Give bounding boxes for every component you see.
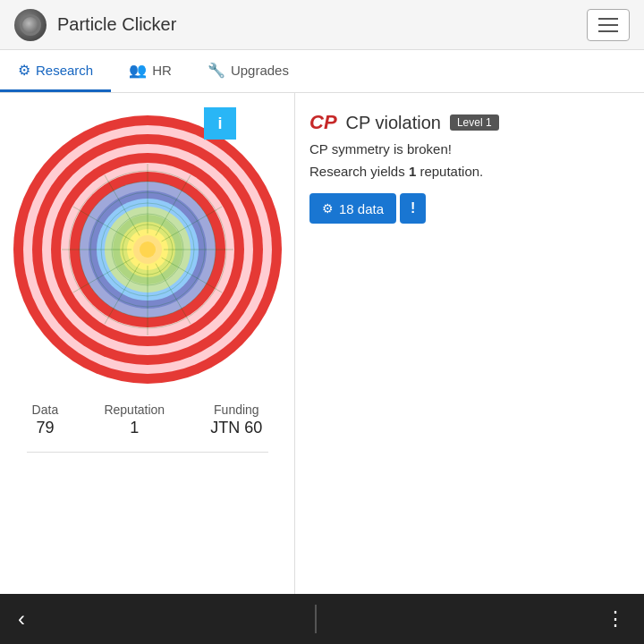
exclaim-button[interactable]: ! [400,193,426,224]
app-title: Particle Clicker [57,14,176,35]
main-content: i Data 79 Reputation 1 Funding JTN 60 [0,93,644,594]
yield-text: Research yields [309,164,409,179]
stats-row: Data 79 Reputation 1 Funding JTN 60 [0,388,294,437]
info-button[interactable]: i [204,107,236,140]
left-panel: i Data 79 Reputation 1 Funding JTN 60 [0,93,295,594]
level-badge: Level 1 [450,114,499,131]
menu-button[interactable] [587,9,630,41]
research-description: CP symmetry is broken! [309,141,630,157]
top-bar: Particle Clicker [0,0,644,50]
tab-research-label: Research [36,63,93,78]
yield-unit: reputation. [416,164,483,179]
gear-icon: ⚙ [322,201,334,216]
hamburger-icon [598,24,618,26]
exclaim-icon: ! [411,200,415,216]
right-panel: CP CP violation Level 1 CP symmetry is b… [295,93,644,594]
reputation-label: Reputation [104,402,165,417]
bottom-divider [315,605,317,633]
app-logo [14,9,47,41]
data-button-label: 18 data [339,201,384,216]
data-button[interactable]: ⚙ 18 data [309,193,396,224]
cp-violation-icon: CP [309,111,337,134]
research-title-row: CP CP violation Level 1 [309,111,630,134]
hr-icon: 👥 [129,62,147,79]
stat-funding: Funding JTN 60 [210,402,262,437]
app-logo-inner [20,14,41,36]
research-yield: Research yields 1 reputation. [309,164,630,179]
divider [27,452,268,453]
upgrades-icon: 🔧 [208,62,225,79]
funding-value: JTN 60 [210,419,262,437]
info-icon: i [217,114,222,133]
tab-bar: ⚙ Research 👥 HR 🔧 Upgrades [0,50,644,93]
reputation-value: 1 [104,419,165,437]
data-label: Data [32,402,59,417]
back-button[interactable]: ‹ [18,606,25,631]
yield-amount: 1 [409,164,416,179]
particle-visualization[interactable] [9,111,286,388]
hamburger-icon [598,18,618,20]
tab-hr-label: HR [152,63,172,78]
research-item: CP CP violation Level 1 CP symmetry is b… [309,111,630,224]
stat-data: Data 79 [32,402,59,437]
stat-reputation: Reputation 1 [104,402,165,437]
more-options-button[interactable]: ⋮ [606,607,626,631]
action-row: ⚙ 18 data ! [309,193,630,224]
bottom-bar: ‹ ⋮ [0,594,644,644]
data-value: 79 [32,419,59,437]
research-name: CP violation [346,113,441,133]
tab-research[interactable]: ⚙ Research [0,50,111,92]
tab-upgrades[interactable]: 🔧 Upgrades [190,50,307,92]
hamburger-icon [598,30,618,32]
funding-label: Funding [210,402,262,417]
research-icon: ⚙ [18,62,30,79]
tab-hr[interactable]: 👥 HR [111,50,190,92]
tab-upgrades-label: Upgrades [231,63,289,78]
app-branding: Particle Clicker [14,9,176,41]
